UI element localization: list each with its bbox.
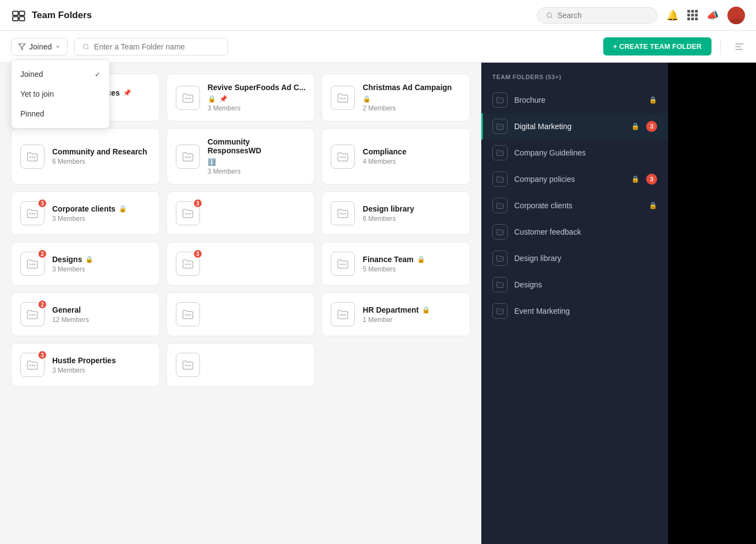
folder-card[interactable]: 3 Hustle Properties 3 Members (11, 343, 160, 387)
folder-info: Design library 6 Members (363, 204, 461, 223)
folder-card[interactable]: HR Department 🔒 1 Member (321, 292, 470, 336)
sidebar-badge: 3 (646, 121, 657, 132)
svg-point-56 (340, 314, 342, 316)
pin-icon: 📌 (219, 95, 227, 103)
folder-card[interactable]: 3 (166, 191, 315, 235)
svg-point-26 (185, 156, 186, 158)
sidebar-item[interactable]: Company policies 🔒 3 (481, 166, 668, 192)
svg-point-9 (84, 44, 88, 49)
folder-info: General 12 Members (52, 306, 151, 324)
svg-point-32 (30, 213, 31, 215)
sidebar-badge: 3 (646, 174, 657, 185)
svg-point-78 (499, 206, 500, 206)
svg-point-57 (342, 314, 344, 316)
sidebar-item[interactable]: Company Guidelines (481, 140, 668, 166)
folder-card[interactable]: Christmas Ad Campaign 🔒 2 Members (321, 74, 470, 121)
sidebar-item[interactable]: Event Marketing (481, 298, 668, 324)
svg-point-73 (501, 153, 502, 153)
folder-card[interactable]: 2 Designs 🔒 3 Members (11, 242, 160, 286)
global-search[interactable] (537, 7, 658, 24)
sidebar-item-icon (492, 198, 508, 213)
svg-point-71 (498, 153, 499, 153)
sidebar-item-icon (492, 251, 508, 266)
folder-card[interactable]: Community ResponsesWD ℹ️ 3 Members (166, 128, 315, 185)
folder-icon: 3 (176, 201, 200, 225)
svg-point-88 (501, 285, 502, 285)
dropdown-item-pinned[interactable]: Pinned (12, 104, 109, 124)
svg-point-89 (498, 311, 499, 312)
sidebar-item-name: Company Guidelines (514, 148, 657, 157)
folder-card[interactable]: Revive SuperFoods Ad C... 🔒📌 3 Members (166, 74, 315, 121)
global-search-input[interactable] (557, 11, 648, 20)
folder-card[interactable]: 3 Corporate clients 🔒 3 Members (11, 191, 160, 235)
svg-point-19 (189, 97, 191, 99)
folder-icon (176, 145, 200, 169)
svg-point-54 (187, 314, 188, 316)
main-content: Human Resources 📌 3 Members Revive Super… (0, 63, 756, 544)
svg-point-24 (32, 156, 34, 158)
view-toggle[interactable] (734, 41, 745, 52)
folder-info (208, 213, 306, 214)
notification-badge: 3 (193, 249, 203, 259)
filter-button[interactable]: Joined (11, 38, 68, 55)
svg-point-28 (189, 156, 191, 158)
megaphone-icon[interactable]: 📣 (707, 9, 719, 21)
notification-badge: 3 (37, 198, 47, 208)
folder-card[interactable]: Community and Research 6 Members (11, 128, 160, 185)
svg-point-80 (498, 232, 499, 232)
folder-card[interactable]: 2 General 12 Members (11, 292, 160, 336)
svg-point-33 (32, 213, 34, 215)
folder-icon (331, 145, 355, 169)
info-icon: ℹ️ (208, 158, 216, 166)
folder-info: Revive SuperFoods Ad C... 🔒📌 3 Members (208, 83, 306, 112)
svg-point-38 (340, 213, 342, 215)
dropdown-item-yet-to-join[interactable]: Yet to join (12, 84, 109, 104)
dropdown-label-yet-to-join: Yet to join (20, 90, 54, 98)
svg-point-40 (344, 213, 346, 215)
folder-members: 6 Members (363, 215, 461, 223)
sidebar-item-name: Customer feedback (514, 227, 657, 236)
sidebar-item-name: Digital Marketing (514, 122, 625, 131)
lock-icon: 🔒 (208, 95, 216, 103)
folder-name: Community ResponsesWD ℹ️ (208, 137, 306, 166)
svg-point-61 (34, 365, 36, 367)
svg-point-69 (499, 126, 500, 127)
folder-search-input[interactable] (94, 42, 220, 51)
folder-card[interactable] (166, 292, 315, 336)
svg-line-5 (551, 16, 552, 18)
svg-rect-2 (13, 16, 18, 21)
sidebar-item[interactable]: Design library (481, 245, 668, 271)
svg-point-65 (498, 100, 499, 101)
sidebar-item-name: Designs (514, 280, 657, 289)
svg-point-44 (185, 264, 186, 265)
sidebar-item-icon (492, 171, 508, 187)
dropdown-item-joined[interactable]: Joined ✓ (12, 64, 109, 84)
svg-point-75 (499, 179, 500, 180)
sidebar-item[interactable]: Customer feedback (481, 219, 668, 245)
apps-grid-icon[interactable] (687, 10, 698, 20)
folder-search[interactable] (74, 38, 228, 55)
sidebar-item[interactable]: Corporate clients 🔒 (481, 192, 668, 219)
folder-card[interactable]: Compliance 4 Members (321, 128, 470, 185)
folder-card[interactable]: Finance Team 🔒 5 Members (321, 242, 470, 286)
folder-card[interactable] (166, 343, 315, 387)
notification-bell-icon[interactable]: 🔔 (666, 9, 679, 21)
svg-point-35 (185, 213, 186, 215)
svg-point-21 (342, 97, 344, 99)
create-team-folder-button[interactable]: + CREATE TEAM FOLDER (603, 37, 711, 55)
sidebar-item[interactable]: Designs (481, 271, 668, 298)
folder-card[interactable]: Design library 6 Members (321, 191, 470, 235)
folder-card[interactable]: 3 (166, 242, 315, 286)
svg-point-51 (32, 314, 34, 316)
sidebar-item[interactable]: Digital Marketing 🔒 3 (481, 113, 668, 140)
sidebar-item-name: Brochure (514, 96, 642, 104)
folder-name: Design library (363, 204, 461, 213)
svg-point-79 (501, 206, 502, 206)
sidebar-lock-icon: 🔒 (649, 96, 657, 104)
folder-members: 3 Members (208, 168, 306, 175)
svg-point-31 (344, 156, 346, 158)
sidebar-item-name: Company policies (514, 175, 625, 184)
user-avatar[interactable] (727, 7, 745, 24)
sidebar-item[interactable]: Brochure 🔒 (481, 87, 668, 113)
svg-point-62 (185, 365, 186, 367)
